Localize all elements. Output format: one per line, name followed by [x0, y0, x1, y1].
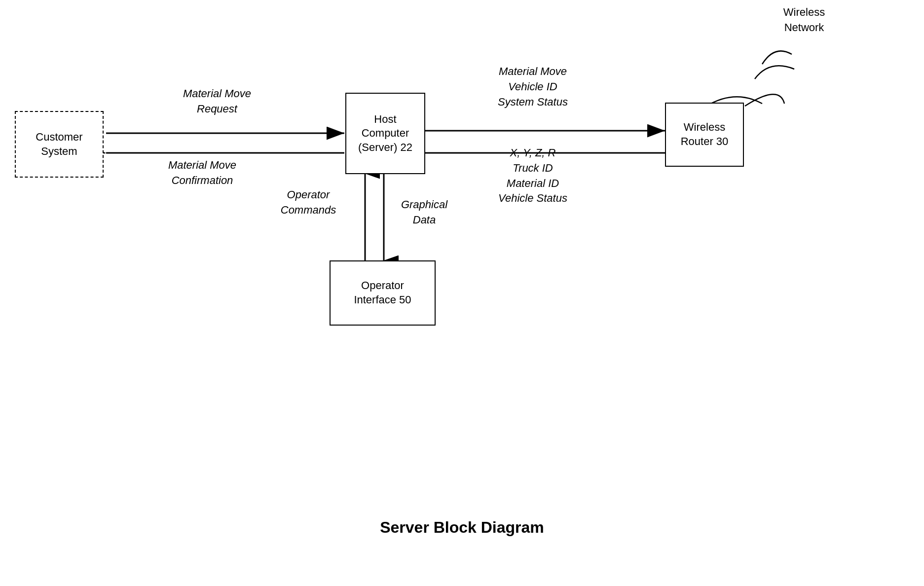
wireless-router-label: WirelessRouter 30	[681, 120, 729, 148]
host-computer-label: HostComputer(Server) 22	[358, 112, 412, 155]
operator-commands-label: OperatorCommands	[269, 187, 348, 218]
material-move-confirmation-label: Material MoveConfirmation	[123, 158, 281, 188]
operator-interface-label: OperatorInterface 50	[354, 279, 411, 307]
page-title: Server Block Diagram	[380, 518, 544, 537]
wireless-network-label: WirelessNetwork	[755, 5, 853, 36]
material-move-vehicle-id-label: Material MoveVehicle IDSystem Status	[454, 64, 612, 110]
customer-system-label: CustomerSystem	[36, 130, 82, 158]
operator-interface-box: OperatorInterface 50	[330, 260, 436, 326]
graphical-data-label: GraphicalData	[390, 197, 459, 228]
xyz-truck-id-label: X, Y, Z, RTruck IDMaterial IDVehicle Sta…	[464, 146, 602, 206]
material-move-request-label: Material MoveRequest	[148, 86, 286, 117]
diagram-container: CustomerSystem HostComputer(Server) 22 W…	[0, 0, 924, 586]
host-computer-box: HostComputer(Server) 22	[345, 93, 425, 174]
wireless-router-box: WirelessRouter 30	[665, 103, 744, 167]
customer-system-box: CustomerSystem	[15, 111, 104, 178]
